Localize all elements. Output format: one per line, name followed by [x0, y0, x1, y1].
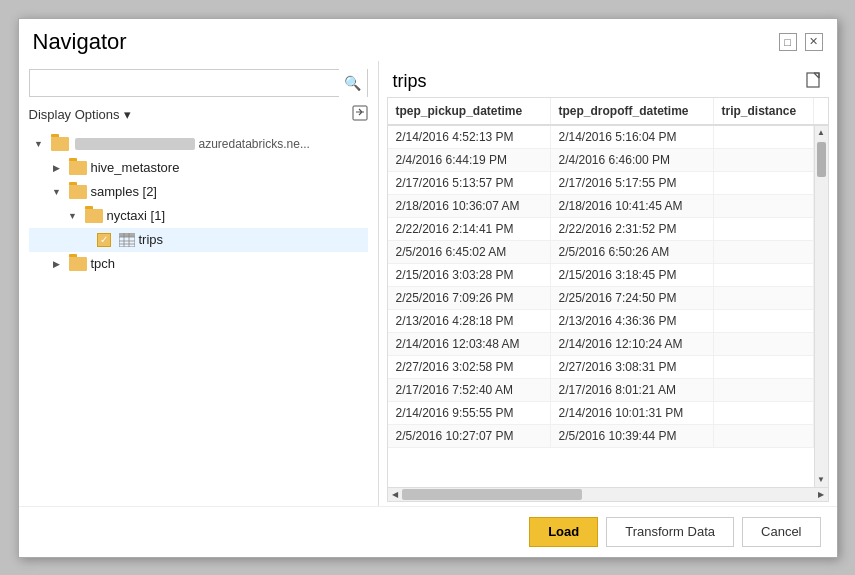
data-cell: 2/14/2016 5:16:04 PM	[551, 126, 714, 148]
tpch-label: tpch	[91, 256, 116, 271]
data-cell: 2/14/2016 4:52:13 PM	[388, 126, 551, 148]
data-cell	[714, 402, 814, 424]
display-options-button[interactable]: Display Options ▾	[29, 107, 131, 122]
table-row: 2/17/2016 5:13:57 PM2/17/2016 5:17:55 PM	[388, 172, 814, 195]
col-header-distance: trip_distance	[714, 98, 814, 124]
data-cell	[714, 379, 814, 401]
h-scroll-thumb	[402, 489, 582, 500]
tree-item-trips[interactable]: trips	[29, 228, 368, 252]
display-options-arrow: ▾	[124, 107, 131, 122]
expand-icon-nyctaxi: ▼	[65, 208, 81, 224]
dialog-title: Navigator	[33, 29, 127, 55]
navigator-dialog: Navigator □ ✕ 🔍 Display Options ▾	[18, 18, 838, 558]
export-icon	[805, 71, 823, 89]
data-cell: 2/5/2016 6:45:02 AM	[388, 241, 551, 263]
load-button[interactable]: Load	[529, 517, 598, 547]
table-body-area: 2/14/2016 4:52:13 PM2/14/2016 5:16:04 PM…	[388, 126, 828, 487]
data-cell: 2/5/2016 6:50:26 AM	[551, 241, 714, 263]
data-cell	[714, 264, 814, 286]
table-row: 2/25/2016 7:09:26 PM2/25/2016 7:24:50 PM	[388, 287, 814, 310]
table-row: 2/18/2016 10:36:07 AM2/18/2016 10:41:45 …	[388, 195, 814, 218]
data-cell	[714, 195, 814, 217]
svg-rect-0	[353, 106, 367, 120]
scroll-thumb	[817, 142, 826, 177]
data-cell: 2/15/2016 3:18:45 PM	[551, 264, 714, 286]
scroll-up-arrow[interactable]: ▲	[814, 126, 828, 140]
table-row: 2/5/2016 6:45:02 AM2/5/2016 6:50:26 AM	[388, 241, 814, 264]
data-cell: 2/22/2016 2:31:52 PM	[551, 218, 714, 240]
data-cell: 2/25/2016 7:24:50 PM	[551, 287, 714, 309]
table-row: 2/17/2016 7:52:40 AM2/17/2016 8:01:21 AM	[388, 379, 814, 402]
right-header: trips	[379, 61, 837, 97]
trips-label: trips	[139, 232, 164, 247]
scroll-right-arrow[interactable]: ▶	[814, 487, 828, 501]
root-label-blurred	[75, 138, 195, 150]
tree-container: ▼ azuredatabricks.ne... ▶ hive_metastore…	[29, 132, 368, 498]
data-cell: 2/27/2016 3:08:31 PM	[551, 356, 714, 378]
table-row: 2/4/2016 6:44:19 PM2/4/2016 6:46:00 PM	[388, 149, 814, 172]
h-scrollbar[interactable]: ◀ ▶	[388, 487, 828, 501]
root-suffix: azuredatabricks.ne...	[199, 137, 310, 151]
tree-item-nyctaxi[interactable]: ▼ nyctaxi [1]	[29, 204, 368, 228]
main-content: 🔍 Display Options ▾ ▼	[19, 61, 837, 506]
data-cell: 2/14/2016 12:03:48 AM	[388, 333, 551, 355]
scroll-left-arrow[interactable]: ◀	[388, 487, 402, 501]
footer: Load Transform Data Cancel	[19, 506, 837, 557]
table-wrapper: tpep_pickup_datetime tpep_dropoff_dateti…	[387, 97, 829, 502]
data-cell	[714, 333, 814, 355]
table-row: 2/27/2016 3:02:58 PM2/27/2016 3:08:31 PM	[388, 356, 814, 379]
folder-icon-hive	[69, 161, 87, 175]
tree-item-samples[interactable]: ▼ samples [2]	[29, 180, 368, 204]
data-cell: 2/14/2016 9:55:55 PM	[388, 402, 551, 424]
tree-item-tpch[interactable]: ▶ tpch	[29, 252, 368, 276]
preview-icon-button[interactable]	[805, 71, 823, 93]
cancel-button[interactable]: Cancel	[742, 517, 820, 547]
nyctaxi-label: nyctaxi [1]	[107, 208, 166, 223]
display-options-row: Display Options ▾	[29, 105, 368, 124]
data-cell: 2/27/2016 3:02:58 PM	[388, 356, 551, 378]
data-cell: 2/4/2016 6:46:00 PM	[551, 149, 714, 171]
hive-metastore-label: hive_metastore	[91, 160, 180, 175]
folder-icon-samples	[69, 185, 87, 199]
col-header-dropoff: tpep_dropoff_datetime	[551, 98, 714, 124]
data-cell: 2/17/2016 5:17:55 PM	[551, 172, 714, 194]
data-cell: 2/22/2016 2:14:41 PM	[388, 218, 551, 240]
minimize-button[interactable]: □	[779, 33, 797, 51]
svg-rect-2	[119, 233, 135, 237]
scroll-down-arrow[interactable]: ▼	[814, 473, 828, 487]
folder-icon-nyctaxi	[85, 209, 103, 223]
data-cell: 2/4/2016 6:44:19 PM	[388, 149, 551, 171]
refresh-icon	[352, 105, 368, 121]
data-cell: 2/14/2016 10:01:31 PM	[551, 402, 714, 424]
search-input[interactable]	[30, 73, 339, 92]
table-header: tpep_pickup_datetime tpep_dropoff_dateti…	[388, 98, 828, 126]
svg-rect-8	[807, 73, 819, 87]
display-options-label: Display Options	[29, 107, 120, 122]
search-button[interactable]: 🔍	[339, 69, 367, 97]
data-cell: 2/17/2016 5:13:57 PM	[388, 172, 551, 194]
folder-icon-root	[51, 137, 69, 151]
transform-data-button[interactable]: Transform Data	[606, 517, 734, 547]
left-panel: 🔍 Display Options ▾ ▼	[19, 61, 379, 506]
h-scroll-track	[402, 488, 814, 501]
data-cell	[714, 172, 814, 194]
data-cell: 2/13/2016 4:36:36 PM	[551, 310, 714, 332]
scroll-track	[815, 140, 828, 473]
data-cell: 2/17/2016 7:52:40 AM	[388, 379, 551, 401]
table-body[interactable]: 2/14/2016 4:52:13 PM2/14/2016 5:16:04 PM…	[388, 126, 814, 487]
right-panel: trips tpep_pickup_datetime tpep_dropoff_…	[379, 61, 837, 506]
tree-item-hive-metastore[interactable]: ▶ hive_metastore	[29, 156, 368, 180]
v-scrollbar[interactable]: ▲ ▼	[814, 126, 828, 487]
data-cell: 2/15/2016 3:03:28 PM	[388, 264, 551, 286]
data-cell	[714, 241, 814, 263]
refresh-icon-btn[interactable]	[352, 105, 368, 124]
data-cell	[714, 310, 814, 332]
trips-checkbox[interactable]	[97, 233, 111, 247]
data-cell: 2/18/2016 10:36:07 AM	[388, 195, 551, 217]
window-controls: □ ✕	[779, 33, 823, 51]
data-cell: 2/13/2016 4:28:18 PM	[388, 310, 551, 332]
close-button[interactable]: ✕	[805, 33, 823, 51]
table-row: 2/15/2016 3:03:28 PM2/15/2016 3:18:45 PM	[388, 264, 814, 287]
tree-item-root[interactable]: ▼ azuredatabricks.ne...	[29, 132, 368, 156]
data-cell: 2/18/2016 10:41:45 AM	[551, 195, 714, 217]
